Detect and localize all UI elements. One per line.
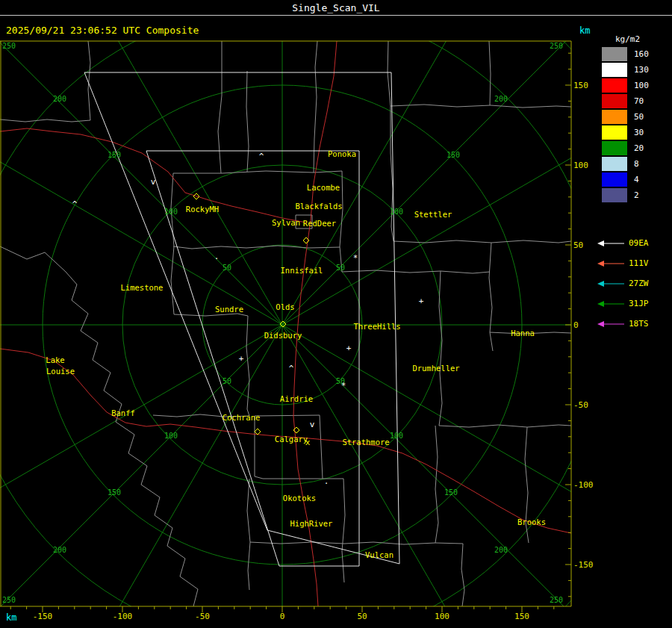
boundary-line [490, 332, 571, 334]
boundary-line [247, 479, 250, 590]
azimuth-line-45deg [282, 0, 672, 325]
azimuth-line-300deg [0, 0, 282, 325]
radar-coverage-outlines [84, 72, 399, 566]
boundary-line [461, 544, 464, 606]
azimuth-line-240deg [0, 325, 282, 628]
boundary-line [255, 415, 323, 479]
boundary-line [153, 414, 249, 417]
boundary-line [342, 270, 490, 273]
azimuth-line-210deg [0, 325, 282, 628]
boundary-line [489, 243, 493, 351]
boundary-line [525, 427, 529, 543]
azimuth-line-60deg [282, 0, 672, 325]
range-ring-200km [0, 5, 602, 628]
boundary-line [388, 41, 391, 121]
azimuth-line-120deg [282, 325, 672, 628]
highway-line [0, 349, 571, 533]
boundary-line [323, 479, 345, 582]
boundary-line [174, 314, 248, 316]
boundary-line [489, 41, 491, 105]
azimuth-line-330deg [0, 0, 282, 325]
radar-display-window: Single_Scan_VIL 2025/09/21 23:06:52 UTC … [0, 0, 672, 628]
boundary-line [218, 41, 222, 173]
azimuth-line-315deg [0, 0, 282, 325]
boundary-line [246, 71, 249, 172]
boundary-line [439, 425, 571, 427]
boundary-line [0, 246, 66, 272]
boundary-line [173, 246, 340, 249]
radar-coverage-outline [84, 72, 399, 564]
azimuth-line-135deg [282, 325, 672, 628]
boundary-line [314, 41, 317, 172]
boundary-line [173, 171, 342, 173]
radar-site-diamond-marker [255, 429, 261, 435]
boundary-line [66, 272, 198, 606]
highway-line [0, 128, 306, 223]
azimuth-line-225deg [0, 325, 282, 628]
boundary-line [435, 426, 438, 543]
azimuth-line-30deg [282, 0, 618, 325]
boundary-line [393, 240, 571, 243]
radar-map[interactable] [0, 0, 672, 628]
boundary-line [391, 105, 571, 108]
boundary-line [88, 41, 90, 120]
radar-coverage-outline [146, 151, 359, 566]
boundary-line [246, 316, 249, 416]
